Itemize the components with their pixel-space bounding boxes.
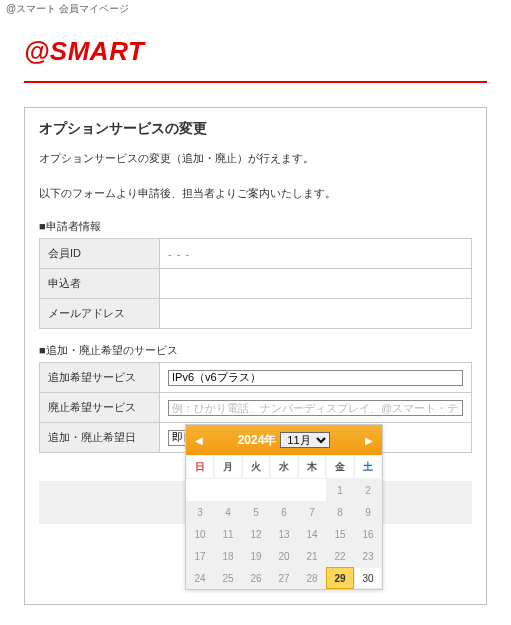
prev-month-button[interactable]: ◀: [190, 431, 208, 449]
day-blank: [214, 479, 242, 501]
remove-service-label: 廃止希望サービス: [40, 393, 160, 423]
add-service-input[interactable]: [168, 370, 463, 386]
day-cell[interactable]: 4: [214, 501, 242, 523]
day-cell[interactable]: 29: [326, 567, 354, 589]
day-cell[interactable]: 8: [326, 501, 354, 523]
section-service: ■追加・廃止希望のサービス: [39, 343, 472, 358]
day-cell[interactable]: 6: [270, 501, 298, 523]
description-2: 以下のフォームより申請後、担当者よりご案内いたします。: [39, 185, 472, 202]
date-label: 追加・廃止希望日: [40, 423, 160, 453]
member-id-label: 会員ID: [40, 239, 160, 269]
day-cell[interactable]: 10: [186, 523, 214, 545]
day-cell[interactable]: 17: [186, 545, 214, 567]
dow-label: 日: [186, 455, 214, 479]
day-cell[interactable]: 21: [298, 545, 326, 567]
section-applicant: ■申請者情報: [39, 219, 472, 234]
chevron-right-icon: ▶: [365, 435, 373, 446]
applicant-name-value: [160, 269, 472, 299]
day-cell[interactable]: 3: [186, 501, 214, 523]
next-month-button[interactable]: ▶: [360, 431, 378, 449]
remove-service-input[interactable]: [168, 400, 463, 416]
card-title: オプションサービスの変更: [39, 120, 472, 138]
datepicker-header: ◀ 2024年 11月 ▶: [186, 425, 382, 455]
email-label: メールアドレス: [40, 299, 160, 329]
day-cell[interactable]: 15: [326, 523, 354, 545]
datepicker-days-grid: 1234567891011121314151617181920212223242…: [186, 479, 382, 589]
email-value: [160, 299, 472, 329]
day-cell[interactable]: 28: [298, 567, 326, 589]
applicant-name-label: 申込者: [40, 269, 160, 299]
day-cell[interactable]: 2: [354, 479, 382, 501]
dow-label: 水: [270, 455, 298, 479]
option-change-card: オプションサービスの変更 オプションサービスの変更（追加・廃止）が行えます。 以…: [24, 107, 487, 605]
day-cell[interactable]: 11: [214, 523, 242, 545]
dow-label: 土: [354, 455, 382, 479]
description-1: オプションサービスの変更（追加・廃止）が行えます。: [39, 150, 472, 167]
window-title: @スマート 会員マイページ: [0, 0, 511, 18]
divider: [24, 81, 487, 83]
day-blank: [186, 479, 214, 501]
add-service-label: 追加希望サービス: [40, 363, 160, 393]
day-cell[interactable]: 19: [242, 545, 270, 567]
datepicker-dow-row: 日月火水木金土: [186, 455, 382, 479]
day-cell[interactable]: 1: [326, 479, 354, 501]
logo-text: SMART: [50, 36, 144, 66]
day-cell[interactable]: 24: [186, 567, 214, 589]
day-cell[interactable]: 23: [354, 545, 382, 567]
dow-label: 金: [326, 455, 354, 479]
day-blank: [298, 479, 326, 501]
dow-label: 月: [214, 455, 242, 479]
day-cell[interactable]: 27: [270, 567, 298, 589]
day-cell[interactable]: 20: [270, 545, 298, 567]
day-cell[interactable]: 14: [298, 523, 326, 545]
day-cell[interactable]: 5: [242, 501, 270, 523]
day-cell[interactable]: 30: [354, 567, 382, 589]
day-cell[interactable]: 12: [242, 523, 270, 545]
day-cell[interactable]: 16: [354, 523, 382, 545]
day-blank: [242, 479, 270, 501]
day-cell[interactable]: 13: [270, 523, 298, 545]
chevron-left-icon: ◀: [195, 435, 203, 446]
datepicker-title: 2024年 11月: [238, 432, 331, 449]
year-label: 2024年: [238, 432, 277, 449]
month-select[interactable]: 11月: [280, 432, 330, 448]
logo-at: @: [24, 36, 50, 66]
day-blank: [270, 479, 298, 501]
applicant-table: 会員ID - - - 申込者 メールアドレス: [39, 238, 472, 329]
day-cell[interactable]: 9: [354, 501, 382, 523]
dow-label: 火: [242, 455, 270, 479]
day-cell[interactable]: 26: [242, 567, 270, 589]
day-cell[interactable]: 25: [214, 567, 242, 589]
member-id-value: - - -: [160, 239, 472, 269]
day-cell[interactable]: 22: [326, 545, 354, 567]
brand-logo: @SMART: [24, 18, 487, 81]
dow-label: 木: [298, 455, 326, 479]
datepicker: ◀ 2024年 11月 ▶ 日月火水木金土 123456789101112131…: [185, 424, 383, 590]
day-cell[interactable]: 7: [298, 501, 326, 523]
day-cell[interactable]: 18: [214, 545, 242, 567]
